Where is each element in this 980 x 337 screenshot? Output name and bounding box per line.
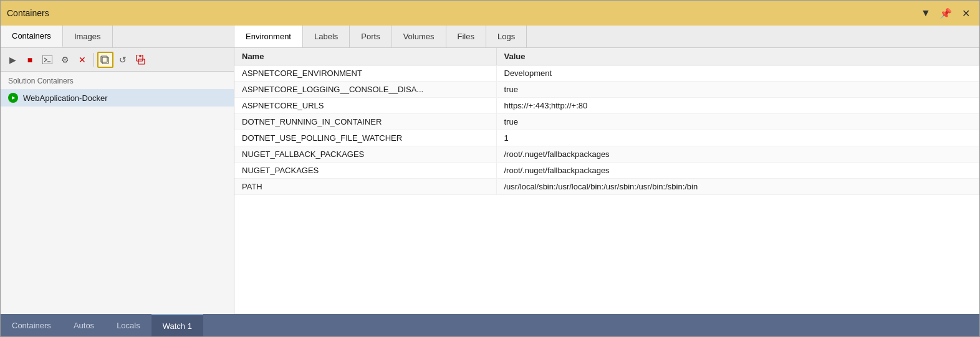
- table-row[interactable]: NUGET_FALLBACK_PACKAGES/root/.nuget/fall…: [234, 146, 979, 163]
- env-name-cell: NUGET_PACKAGES: [234, 163, 496, 179]
- col-header-value: Value: [496, 48, 979, 65]
- tab-images[interactable]: Images: [63, 26, 113, 47]
- env-value-cell: Development: [496, 65, 979, 82]
- table-row[interactable]: DOTNET_RUNNING_IN_CONTAINERtrue: [234, 114, 979, 130]
- title-bar-controls: ▼ 📌 ✕: [918, 6, 973, 21]
- bottom-tab-bar: Containers Autos Locals Watch 1: [1, 314, 979, 336]
- refresh-button[interactable]: ↺: [115, 52, 131, 68]
- right-tab-bar: Environment Labels Ports Volumes Files L…: [234, 26, 979, 48]
- env-name-cell: NUGET_FALLBACK_PACKAGES: [234, 146, 496, 163]
- table-row[interactable]: NUGET_PACKAGES/root/.nuget/fallbackpacka…: [234, 163, 979, 179]
- env-value-cell: /root/.nuget/fallbackpackages: [496, 146, 979, 163]
- table-row[interactable]: PATH/usr/local/sbin:/usr/local/bin:/usr/…: [234, 179, 979, 195]
- toolbar: ▶ ■ ⚙ ✕ ↺: [1, 48, 234, 72]
- separator-1: [94, 53, 94, 67]
- env-name-cell: DOTNET_RUNNING_IN_CONTAINER: [234, 114, 496, 130]
- env-value-cell: https://+:443;http://+:80: [496, 98, 979, 114]
- table-row[interactable]: ASPNETCORE_LOGGING__CONSOLE__DISA...true: [234, 82, 979, 98]
- tab-containers[interactable]: Containers: [1, 26, 63, 47]
- env-name-cell: DOTNET_USE_POLLING_FILE_WATCHER: [234, 130, 496, 146]
- bottom-tab-locals[interactable]: Locals: [105, 314, 151, 336]
- env-value-cell: true: [496, 114, 979, 130]
- env-name-cell: ASPNETCORE_ENVIRONMENT: [234, 65, 496, 82]
- window-title: Containers: [7, 8, 49, 18]
- delete-button[interactable]: ✕: [74, 52, 90, 68]
- table-header-row: Name Value: [234, 48, 979, 65]
- tab-labels[interactable]: Labels: [303, 26, 350, 47]
- pin-button[interactable]: 📌: [938, 6, 953, 21]
- left-tab-bar: Containers Images: [1, 26, 234, 48]
- bottom-tab-autos[interactable]: Autos: [62, 314, 105, 336]
- bottom-tab-containers[interactable]: Containers: [1, 314, 62, 336]
- tab-files[interactable]: Files: [446, 26, 486, 47]
- left-panel: Containers Images ▶ ■ ⚙ ✕: [1, 26, 234, 314]
- env-name-cell: PATH: [234, 179, 496, 195]
- container-item[interactable]: WebApplication-Docker: [1, 89, 234, 107]
- env-value-cell: 1: [496, 130, 979, 146]
- env-name-cell: ASPNETCORE_LOGGING__CONSOLE__DISA...: [234, 82, 496, 98]
- env-table: Name Value ASPNETCORE_ENVIRONMENTDevelop…: [234, 48, 979, 195]
- main-content: Containers Images ▶ ■ ⚙ ✕: [1, 26, 979, 314]
- title-bar: Containers ▼ 📌 ✕: [1, 1, 979, 26]
- env-name-cell: ASPNETCORE_URLS: [234, 98, 496, 114]
- svg-rect-5: [138, 59, 145, 64]
- env-value-cell: true: [496, 82, 979, 98]
- settings-button[interactable]: ⚙: [57, 52, 73, 68]
- table-row[interactable]: ASPNETCORE_ENVIRONMENTDevelopment: [234, 65, 979, 82]
- right-panel: Environment Labels Ports Volumes Files L…: [234, 26, 979, 314]
- table-row[interactable]: ASPNETCORE_URLShttps://+:443;http://+:80: [234, 98, 979, 114]
- col-header-name: Name: [234, 48, 496, 65]
- container-name: WebApplication-Docker: [23, 93, 108, 103]
- copy-files-button[interactable]: [97, 52, 113, 68]
- play-button[interactable]: ▶: [4, 52, 21, 68]
- tab-logs[interactable]: Logs: [486, 26, 527, 47]
- dropdown-button[interactable]: ▼: [918, 6, 933, 21]
- tab-volumes[interactable]: Volumes: [392, 26, 446, 47]
- env-table-container: Name Value ASPNETCORE_ENVIRONMENTDevelop…: [234, 48, 979, 314]
- env-value-cell: /usr/local/sbin:/usr/local/bin:/usr/sbin…: [496, 179, 979, 195]
- terminal-button[interactable]: [39, 52, 55, 68]
- tab-environment[interactable]: Environment: [234, 26, 303, 47]
- stop-button[interactable]: ■: [22, 52, 38, 68]
- tab-ports[interactable]: Ports: [350, 26, 392, 47]
- section-header: Solution Containers: [1, 72, 234, 88]
- env-value-cell: /root/.nuget/fallbackpackages: [496, 163, 979, 179]
- prune-button[interactable]: [132, 52, 148, 68]
- bottom-tab-watch1[interactable]: Watch 1: [151, 314, 203, 336]
- close-button[interactable]: ✕: [958, 6, 973, 21]
- running-indicator: [8, 93, 18, 103]
- main-window: Containers ▼ 📌 ✕ Containers Images ▶ ■: [0, 0, 980, 337]
- container-list: WebApplication-Docker: [1, 88, 234, 314]
- table-row[interactable]: DOTNET_USE_POLLING_FILE_WATCHER1: [234, 130, 979, 146]
